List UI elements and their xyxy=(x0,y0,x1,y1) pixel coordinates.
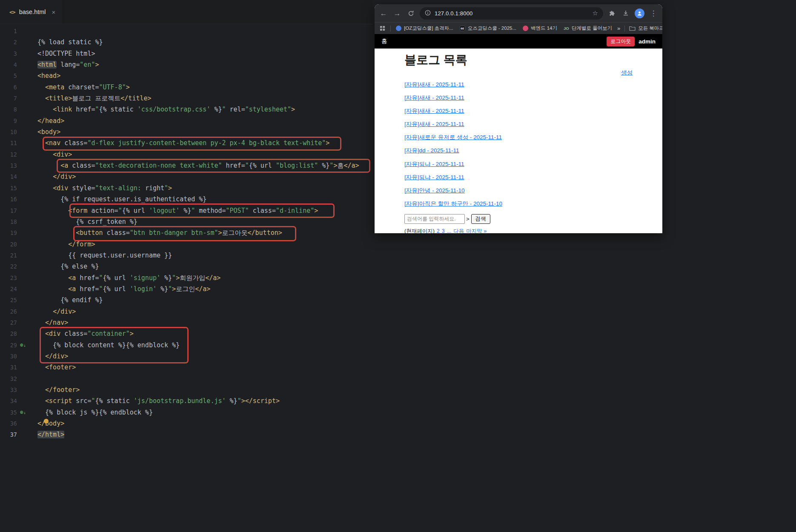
code-text: </html> xyxy=(37,429,64,440)
post-link[interactable]: [자유]새새 - 2025-11-11 xyxy=(404,81,464,88)
line-number: 5 xyxy=(0,70,17,81)
gutter xyxy=(17,205,37,216)
gutter xyxy=(17,171,37,182)
code-text: {% if request.user.is_authenticated %} xyxy=(37,194,206,205)
post-link[interactable]: [자유]되냐 - 2025-11-11 xyxy=(404,174,464,180)
gutter xyxy=(17,261,37,272)
bookmark-item[interactable]: [OZ코딩스쿨] 초격차... xyxy=(396,25,453,31)
bookmark-items: [OZ코딩스쿨] 초격차...oz오즈코딩스쿨 - 2025...백엔드 14기… xyxy=(396,25,612,31)
gutter xyxy=(17,194,37,205)
search-input[interactable] xyxy=(404,214,465,224)
code-line-17: 17 <form action="{% url 'logout' %}" met… xyxy=(0,205,373,216)
post-row: [자유]되냐 - 2025-11-11 xyxy=(404,161,633,167)
code-line-22: 22 {% else %} xyxy=(0,261,373,272)
browser-window: ← → 127.0.0.1:8000 ☆ ⋮ xyxy=(375,4,662,233)
all-bookmarks[interactable]: 모든 북마크 xyxy=(629,25,662,31)
bookmarks-overflow-chevron[interactable]: » xyxy=(617,25,620,31)
code-text: <footer> xyxy=(37,362,76,373)
post-row: [자유]dd - 2025-11-11 xyxy=(404,148,633,154)
post-link[interactable]: [자유]새새 - 2025-11-11 xyxy=(404,108,464,114)
code-text: <a href="{% url 'login' %}">로그인</a> xyxy=(37,283,210,295)
code-text: {% else %} xyxy=(37,261,99,272)
bookmark-item[interactable]: 백엔드 14기 xyxy=(523,25,557,31)
line-number: 20 xyxy=(0,239,17,250)
gutter xyxy=(17,82,37,93)
profile-avatar[interactable] xyxy=(635,9,644,18)
post-row: [자유]아직은 할만 하구만 - 2025-11-10 xyxy=(404,201,633,207)
post-link[interactable]: [자유]새새 - 2025-11-11 xyxy=(404,121,464,127)
extensions-icon[interactable] xyxy=(607,10,617,17)
line-number: 3 xyxy=(0,48,17,59)
code-line-31: 31 <footer> xyxy=(0,362,373,373)
line-number: 15 xyxy=(0,183,17,194)
line-number: 4 xyxy=(0,59,17,70)
tab-close-icon[interactable]: × xyxy=(52,9,56,16)
code-text: {% load static %} xyxy=(37,37,103,48)
search-button[interactable]: 검색 xyxy=(471,214,490,224)
back-icon[interactable]: ← xyxy=(379,10,388,17)
post-row: [자유]되냐 - 2025-11-11 xyxy=(404,174,633,180)
editor-tab-basehtml[interactable]: <> base.html × xyxy=(0,0,62,24)
pagination-link[interactable]: ... xyxy=(447,228,451,233)
post-link[interactable]: [자유]아직은 할만 하구만 - 2025-11-10 xyxy=(404,200,502,207)
injected-language-icon[interactable]: ⊕↓ xyxy=(20,340,26,351)
line-number: 22 xyxy=(0,261,17,272)
menu-icon[interactable]: ⋮ xyxy=(649,10,658,17)
create-link[interactable]: 생성 xyxy=(621,69,633,76)
code-line-32: 32 xyxy=(0,373,373,384)
post-link[interactable]: [자유]되냐 - 2025-11-11 xyxy=(404,161,464,167)
code-lines: 12{% load static %}3<!DOCTYPE html>4<htm… xyxy=(0,26,373,440)
line-number: 11 xyxy=(0,137,17,149)
code-line-25: 25 {% endif %} xyxy=(0,295,373,306)
gutter xyxy=(17,362,37,373)
forward-icon[interactable]: → xyxy=(392,10,402,17)
gutter xyxy=(17,137,37,149)
post-link[interactable]: [자유]dd - 2025-11-11 xyxy=(404,147,459,154)
line-number: 2 xyxy=(0,37,17,48)
code-text: <div style="text-align: right"> xyxy=(37,183,172,194)
pagination-current: (현재페이지) xyxy=(404,228,435,233)
post-row: [자유]안녕 - 2025-11-10 xyxy=(404,188,633,194)
post-row: [자유]새새 - 2025-11-11 xyxy=(404,121,633,127)
post-link[interactable]: [자유]새새 - 2025-11-11 xyxy=(404,94,464,101)
address-bar[interactable]: 127.0.0.1:8000 ☆ xyxy=(420,7,603,20)
gutter xyxy=(17,59,37,70)
page-content: 블로그 목록 생성 [자유]새새 - 2025-11-11[자유]새새 - 20… xyxy=(375,49,662,233)
editor-tab-title: base.html xyxy=(19,9,46,15)
injected-language-icon[interactable]: ⊕↓ xyxy=(20,407,26,418)
line-number: 28 xyxy=(0,328,17,339)
folder-icon xyxy=(629,26,636,31)
code-line-20: 20 </form> xyxy=(0,239,373,250)
username: admin xyxy=(639,38,656,45)
bookmark-item[interactable]: oz오즈코딩스쿨 - 2025... xyxy=(460,25,516,31)
pagination-link[interactable]: 2 xyxy=(437,228,440,233)
post-link[interactable]: [자유]안녕 - 2025-11-10 xyxy=(404,187,465,194)
pagination-link[interactable]: 마지막 » xyxy=(466,228,487,233)
downloads-icon[interactable] xyxy=(621,10,630,17)
pagination-link[interactable]: 다음 xyxy=(453,228,464,233)
code-line-29: 29⊕↓ {% block content %}{% endblock %} xyxy=(0,340,373,351)
gutter xyxy=(17,126,37,137)
logout-button[interactable]: 로그아웃 xyxy=(607,37,635,46)
code-text: <title>블로그 프로젝트</title> xyxy=(37,93,152,104)
line-number: 17 xyxy=(0,205,17,216)
code-text: {% block js %}{% endblock %} xyxy=(37,407,153,418)
post-link[interactable]: [자유]새로운 유저로 생성 - 2025-11-11 xyxy=(404,134,502,140)
site-info-icon[interactable] xyxy=(425,10,431,17)
search-separator: > xyxy=(466,216,470,222)
reload-icon[interactable] xyxy=(406,10,415,17)
bookmark-item[interactable]: JO단계별로 풀어보기 xyxy=(564,25,612,31)
line-number: 6 xyxy=(0,82,17,93)
post-row: [자유]새로운 유저로 생성 - 2025-11-11 xyxy=(404,134,633,140)
site-navbar: 홈 로그아웃 admin xyxy=(375,34,662,49)
bookmark-star-icon[interactable]: ☆ xyxy=(593,9,598,17)
line-number: 26 xyxy=(0,306,17,317)
divider xyxy=(624,26,625,31)
gutter xyxy=(17,239,37,250)
code-line-6: 6 <meta charset="UTF-8"> xyxy=(0,82,373,93)
apps-grid-icon[interactable] xyxy=(380,26,385,31)
editor-body[interactable]: 12{% load static %}3<!DOCTYPE html>4<htm… xyxy=(0,24,373,532)
code-text: </footer> xyxy=(37,384,80,395)
home-link[interactable]: 홈 xyxy=(381,37,387,45)
pagination-link[interactable]: 3 xyxy=(442,228,445,233)
